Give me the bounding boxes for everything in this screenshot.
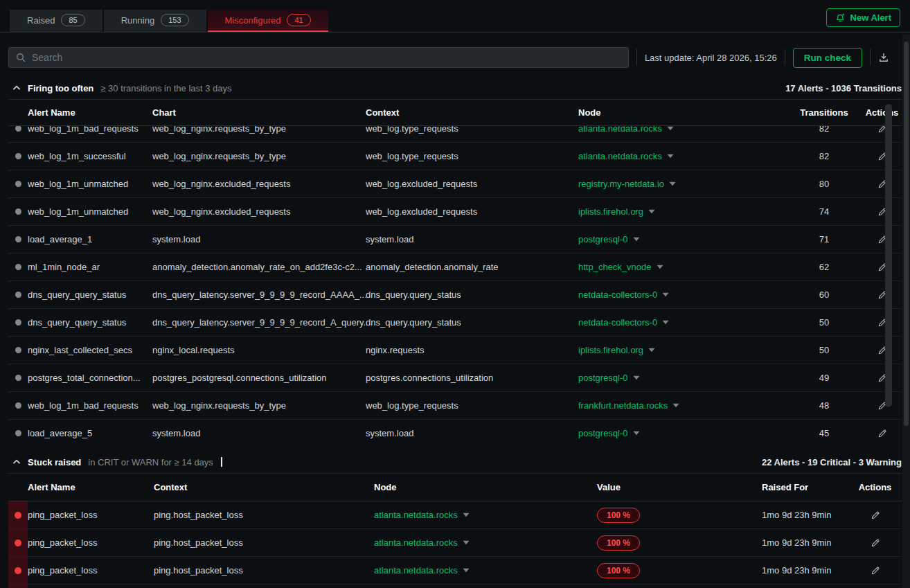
tab-raised[interactable]: Raised 85 [10, 10, 102, 32]
run-check-button[interactable]: Run check [793, 48, 862, 68]
node-selector[interactable]: registry.my-netdata.io [578, 170, 786, 197]
context-cell: nginx.requests [366, 337, 578, 364]
transitions-cell: 48 [786, 392, 862, 419]
node-link[interactable]: atlanta.netdata.rocks [374, 565, 458, 576]
node-selector[interactable]: netdata-collectors-0 [578, 309, 786, 336]
node-selector[interactable]: postgresql-0 [578, 364, 786, 391]
node-selector[interactable]: atlanta.netdata.rocks [374, 501, 597, 528]
stuck-table-row: ping_packet_loss ping.host_packet_loss a… [8, 501, 902, 529]
raised-for-cell: 1mo 9d 23h 9min [762, 529, 848, 556]
chevron-down-icon [633, 237, 640, 242]
critical-stripe [8, 585, 28, 588]
node-selector[interactable]: iplists.firehol.org [578, 337, 786, 364]
tab-bar: Raised 85 Running 153 Misconfigured 41 N… [0, 0, 910, 32]
critical-stripe [8, 529, 28, 556]
chart-cell: anomaly_detection.anomaly_rate_on_add2fe… [152, 253, 366, 280]
chevron-down-icon [648, 209, 655, 214]
collapse-chevron-icon[interactable] [12, 85, 21, 91]
node-selector[interactable]: postgresql-0 [578, 420, 786, 447]
stuck-table-row: ping_packet_loss ping.host_packet_loss a… [8, 557, 902, 585]
context-cell: web_log.type_requests [366, 392, 578, 419]
firing-table-row: load_average_1 system.load system.load p… [8, 226, 902, 253]
tab-misconfigured[interactable]: Misconfigured 41 [208, 10, 328, 32]
context-cell: postgres.connections_utilization [366, 364, 578, 391]
node-selector[interactable]: postgresql-0 [578, 226, 786, 253]
node-link[interactable]: atlanta.netdata.rocks [374, 510, 458, 520]
context-cell: ping.host_packet_loss [154, 501, 374, 528]
tab-raised-count-badge: 85 [61, 14, 84, 26]
chart-cell: postgres_postgresql.connections_utilizat… [152, 364, 366, 391]
node-link[interactable]: postgresql-0 [578, 373, 628, 383]
firing-table-row: web_log_1m_bad_requests web_log_nginx.re… [8, 392, 902, 420]
stuck-table-body: ping_packet_loss ping.host_packet_loss a… [8, 501, 902, 588]
status-dot [15, 236, 21, 242]
tab-misconfigured-label: Misconfigured [225, 15, 281, 26]
node-selector[interactable]: atlanta.netdata.rocks [374, 585, 597, 588]
node-selector[interactable]: atlanta.netdata.rocks [374, 529, 597, 556]
stuck-section-subtitle: in CRIT or WARN for ≥ 14 days [88, 457, 213, 467]
new-alert-button[interactable]: New Alert [826, 8, 900, 27]
status-dot [15, 375, 21, 381]
alert-name-cell: web_log_1m_successful [28, 143, 152, 170]
node-selector[interactable]: iplists.firehol.org [578, 198, 786, 225]
node-link[interactable]: frankfurt.netdata.rocks [578, 400, 668, 411]
col-node: Node [374, 482, 597, 492]
chevron-down-icon [633, 431, 640, 436]
edit-alert-button[interactable] [877, 428, 888, 439]
alert-name-cell: load_average_1 [28, 226, 152, 253]
node-link[interactable]: atlanta.netdata.rocks [374, 537, 458, 548]
value-badge: 100 % [597, 563, 640, 578]
search-input[interactable] [32, 52, 621, 63]
toolbar-separator [636, 49, 637, 66]
col-chart: Chart [152, 107, 366, 118]
context-cell: web_log.type_requests [366, 126, 578, 142]
search-icon [16, 53, 26, 62]
edit-alert-button[interactable] [870, 565, 881, 576]
node-selector[interactable]: netdata-collectors-0 [578, 281, 786, 308]
alert-name-cell: web_log_1m_unmatched [28, 170, 152, 197]
node-link[interactable]: netdata-collectors-0 [578, 317, 657, 328]
page-scrollbar-track[interactable] [902, 35, 910, 588]
firing-table-row: dns_query_query_status dns_query_latency… [8, 281, 902, 309]
col-raised-for: Raised For [762, 482, 848, 492]
stuck-table-row: ping_packet_loss ping.host_packet_loss a… [8, 529, 902, 557]
node-link[interactable]: atlanta.netdata.rocks [578, 126, 662, 134]
critical-dot [15, 512, 21, 519]
collapse-chevron-icon[interactable] [12, 459, 21, 465]
context-cell: system.load [366, 226, 578, 253]
node-link[interactable]: registry.my-netdata.io [578, 179, 664, 189]
tab-raised-label: Raised [27, 15, 55, 26]
node-link[interactable]: postgresql-0 [578, 428, 628, 438]
stuck-table-row: ping_packet_loss ping.host_packet_loss a… [8, 585, 902, 588]
tabbar-divider [0, 32, 910, 33]
node-link[interactable]: http_check_vnode [578, 262, 652, 272]
col-node: Node [578, 107, 786, 118]
search-box[interactable] [8, 47, 629, 68]
critical-stripe [8, 557, 28, 584]
page-scrollbar-thumb[interactable] [904, 42, 909, 426]
chevron-down-icon [463, 513, 470, 517]
table-scrollbar-thumb[interactable] [885, 104, 892, 407]
node-link[interactable]: netdata-collectors-0 [578, 289, 657, 300]
status-dot [15, 153, 21, 159]
tab-running[interactable]: Running 153 [104, 10, 206, 32]
pencil-icon [870, 565, 881, 576]
node-link[interactable]: atlanta.netdata.rocks [578, 151, 662, 161]
edit-alert-button[interactable] [870, 510, 881, 521]
node-selector[interactable]: frankfurt.netdata.rocks [578, 392, 786, 419]
alert-name-cell: dns_query_query_status [28, 309, 152, 336]
transitions-cell: 71 [786, 226, 862, 253]
node-selector[interactable]: http_check_vnode [578, 253, 786, 280]
download-button[interactable] [878, 52, 889, 63]
node-selector[interactable]: atlanta.netdata.rocks [374, 557, 597, 584]
node-link[interactable]: iplists.firehol.org [578, 206, 643, 217]
node-selector[interactable]: atlanta.netdata.rocks [578, 126, 786, 142]
pencil-icon [870, 510, 881, 521]
node-link[interactable]: postgresql-0 [578, 234, 628, 244]
edit-alert-button[interactable] [870, 537, 881, 549]
tab-running-count-badge: 153 [161, 14, 188, 26]
context-cell: ping.host_packet_loss [154, 585, 374, 588]
firing-section-title: Firing too often [28, 83, 93, 93]
node-selector[interactable]: atlanta.netdata.rocks [578, 143, 786, 170]
node-link[interactable]: iplists.firehol.org [578, 345, 643, 355]
